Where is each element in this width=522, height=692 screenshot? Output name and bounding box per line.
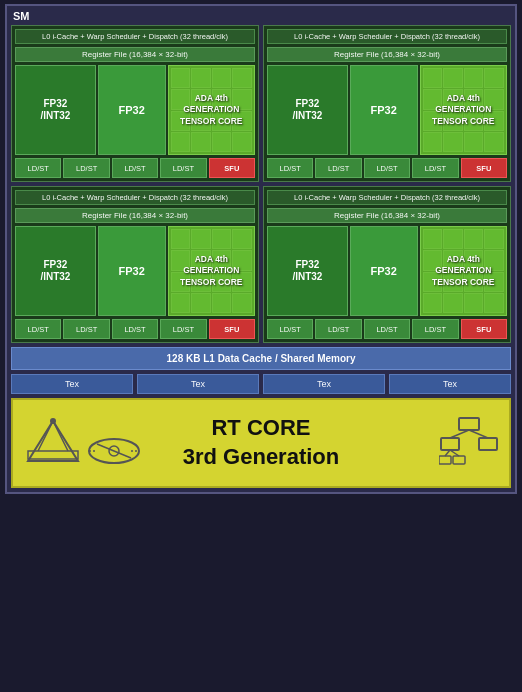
reg-file-2: Register File (16,384 × 32-bit) <box>267 47 507 62</box>
fp32-2: FP32 <box>350 65 418 155</box>
quadrant-1: L0 i-Cache + Warp Scheduler + Dispatch (… <box>11 25 259 182</box>
warp-header-1: L0 i-Cache + Warp Scheduler + Dispatch (… <box>15 29 255 44</box>
tex-unit-1: Tex <box>11 374 133 394</box>
sm-label: SM <box>11 10 511 22</box>
warp-header-4: L0 i-Cache + Warp Scheduler + Dispatch (… <box>267 190 507 205</box>
svg-point-3 <box>50 418 56 424</box>
rt-diagram-right <box>439 416 499 470</box>
ldst-3-1: LD/ST <box>15 319 61 339</box>
svg-line-1 <box>38 421 53 451</box>
quadrant-4: L0 i-Cache + Warp Scheduler + Dispatch (… <box>263 186 511 343</box>
svg-rect-11 <box>441 438 459 450</box>
ldst-row-4: LD/ST LD/ST LD/ST LD/ST SFU <box>267 319 507 339</box>
svg-line-13 <box>450 430 469 438</box>
ldst-1-1: LD/ST <box>15 158 61 178</box>
tex-unit-4: Tex <box>389 374 511 394</box>
ldst-row-1: LD/ST LD/ST LD/ST LD/ST SFU <box>15 158 255 178</box>
sfu-1: SFU <box>209 158 255 178</box>
tex-row: Tex Tex Tex Tex <box>11 374 511 394</box>
sfu-2: SFU <box>461 158 507 178</box>
ldst-4-4: LD/ST <box>412 319 458 339</box>
tensor-label-4: ADA 4thGENERATIONTENSOR CORE <box>432 254 494 287</box>
quadrants-grid: L0 i-Cache + Warp Scheduler + Dispatch (… <box>11 25 511 343</box>
fp32-3: FP32 <box>98 226 166 316</box>
svg-rect-4 <box>28 451 78 459</box>
tex-unit-2: Tex <box>137 374 259 394</box>
tensor-core-2: ADA 4thGENERATIONTENSOR CORE <box>420 65 507 155</box>
ldst-1-4: LD/ST <box>160 158 206 178</box>
ldst-4-3: LD/ST <box>364 319 410 339</box>
reg-file-1: Register File (16,384 × 32-bit) <box>15 47 255 62</box>
ldst-1-2: LD/ST <box>63 158 109 178</box>
ldst-4-2: LD/ST <box>315 319 361 339</box>
ldst-row-2: LD/ST LD/ST LD/ST LD/ST SFU <box>267 158 507 178</box>
ldst-4-1: LD/ST <box>267 319 313 339</box>
svg-line-2 <box>53 421 68 451</box>
rt-right-icon <box>439 416 499 466</box>
rt-core-line2: 3rd Generation <box>183 443 339 472</box>
rt-left-icon <box>23 416 83 466</box>
ldst-2-2: LD/ST <box>315 158 361 178</box>
reg-file-4: Register File (16,384 × 32-bit) <box>267 208 507 223</box>
svg-rect-10 <box>459 418 479 430</box>
rt-core-label: RT CORE 3rd Generation <box>183 414 339 471</box>
tex-unit-3: Tex <box>263 374 385 394</box>
ldst-2-4: LD/ST <box>412 158 458 178</box>
rt-bottom-icon <box>87 436 142 466</box>
ldst-3-4: LD/ST <box>160 319 206 339</box>
tensor-core-4: ADA 4thGENERATIONTENSOR CORE <box>420 226 507 316</box>
fp32-int32-3: FP32/INT32 <box>15 226 96 316</box>
rt-core-line1: RT CORE <box>183 414 339 443</box>
svg-line-14 <box>469 430 488 438</box>
fp32-int32-4: FP32/INT32 <box>267 226 348 316</box>
ldst-2-3: LD/ST <box>364 158 410 178</box>
l1-cache: 128 KB L1 Data Cache / Shared Memory <box>11 347 511 370</box>
fp32-1: FP32 <box>98 65 166 155</box>
compute-row-4: FP32/INT32 FP32 ADA 4thGENERATIONTENSOR … <box>267 226 507 316</box>
compute-row-2: FP32/INT32 FP32 ADA 4thGENERATIONTENSOR … <box>267 65 507 155</box>
compute-row-3: FP32/INT32 FP32 ADA 4thGENERATIONTENSOR … <box>15 226 255 316</box>
svg-rect-12 <box>479 438 497 450</box>
svg-rect-16 <box>453 456 465 464</box>
compute-row-1: FP32/INT32 FP32 ADA 4thGENERATIONTENSOR … <box>15 65 255 155</box>
fp32-int32-1: FP32/INT32 <box>15 65 96 155</box>
fp32-int32-2: FP32/INT32 <box>267 65 348 155</box>
rt-core: RT CORE 3rd Generation <box>11 398 511 488</box>
ldst-row-3: LD/ST LD/ST LD/ST LD/ST SFU <box>15 319 255 339</box>
ldst-3-3: LD/ST <box>112 319 158 339</box>
ldst-3-2: LD/ST <box>63 319 109 339</box>
rt-diagram-left <box>23 416 142 470</box>
sfu-3: SFU <box>209 319 255 339</box>
ldst-1-3: LD/ST <box>112 158 158 178</box>
tensor-label-1: ADA 4thGENERATIONTENSOR CORE <box>180 93 242 126</box>
warp-header-2: L0 i-Cache + Warp Scheduler + Dispatch (… <box>267 29 507 44</box>
quadrant-3: L0 i-Cache + Warp Scheduler + Dispatch (… <box>11 186 259 343</box>
warp-header-3: L0 i-Cache + Warp Scheduler + Dispatch (… <box>15 190 255 205</box>
svg-marker-0 <box>28 421 78 461</box>
svg-rect-15 <box>439 456 451 464</box>
sfu-4: SFU <box>461 319 507 339</box>
tensor-label-2: ADA 4thGENERATIONTENSOR CORE <box>432 93 494 126</box>
tensor-core-1: ADA 4thGENERATIONTENSOR CORE <box>168 65 255 155</box>
tensor-core-3: ADA 4thGENERATIONTENSOR CORE <box>168 226 255 316</box>
tensor-label-3: ADA 4thGENERATIONTENSOR CORE <box>180 254 242 287</box>
ldst-2-1: LD/ST <box>267 158 313 178</box>
fp32-4: FP32 <box>350 226 418 316</box>
quadrant-2: L0 i-Cache + Warp Scheduler + Dispatch (… <box>263 25 511 182</box>
sm-container: SM L0 i-Cache + Warp Scheduler + Dispatc… <box>5 4 517 494</box>
reg-file-3: Register File (16,384 × 32-bit) <box>15 208 255 223</box>
